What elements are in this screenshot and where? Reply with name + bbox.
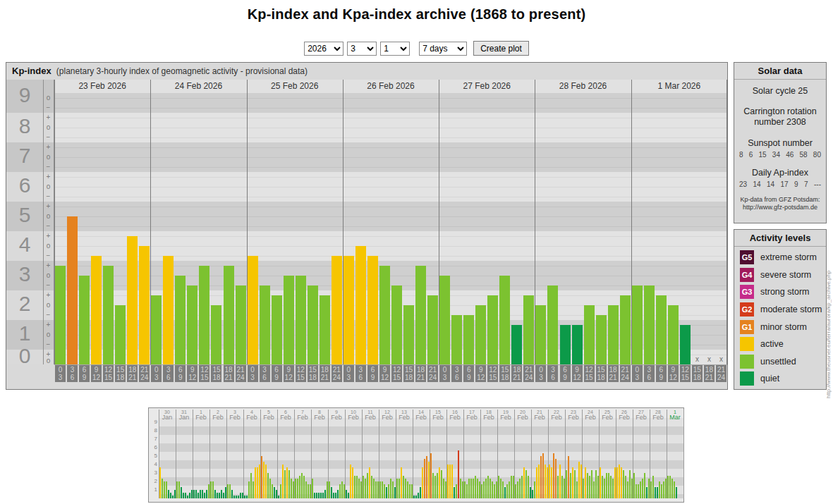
hour-interval-label: 2124 (620, 365, 631, 382)
mini-kp-bar (202, 490, 203, 498)
kp-bar (151, 295, 162, 364)
mini-kp-bar (231, 490, 233, 498)
mini-kp-bar (424, 459, 425, 498)
y-subtick-label: o (43, 302, 54, 309)
kp-bar (103, 266, 114, 364)
sunspot-value: 46 (786, 151, 794, 159)
hour-interval-label: 2124 (716, 365, 726, 382)
mini-kp-bar (638, 484, 639, 498)
mini-band (159, 452, 683, 460)
mini-kp-bar (422, 467, 423, 498)
overview-chart-panel: 98765432130Jan31Jan1Feb2Feb3Feb4Feb5Feb6… (148, 407, 684, 503)
legend-item: G5extreme storm (734, 249, 826, 266)
year-select[interactable]: 2026 (304, 42, 343, 56)
y-subtick-label: + (43, 203, 54, 210)
mini-kp-bar (623, 470, 624, 498)
kp-gridline (54, 157, 727, 158)
hour-interval-label: 36 (644, 365, 655, 382)
kp-bar (67, 216, 78, 364)
y-subtick-label: o (43, 213, 54, 220)
day-select[interactable]: 1 (380, 42, 410, 56)
hour-interval-label: 03 (343, 365, 354, 382)
mini-kp-bar (170, 493, 171, 498)
hour-interval-label: 1821 (704, 365, 715, 382)
g3-badge: G3 (740, 285, 754, 299)
kp-bar (391, 285, 402, 364)
mini-kp-bar (595, 470, 597, 498)
mini-kp-bar (636, 484, 637, 498)
kp-gridline (54, 226, 727, 227)
site-url-watermark: http://www.theusner.eu/terra/aurora/kp_a… (825, 199, 833, 398)
hour-interval-label: 1821 (224, 365, 234, 382)
y-subtick-label: + (43, 321, 54, 328)
mini-kp-bar (591, 470, 592, 498)
legend-swatch (740, 355, 754, 369)
kp-bar (343, 256, 354, 364)
hour-interval-label: 69 (272, 365, 282, 382)
hour-interval-label: 2124 (236, 365, 246, 382)
mini-day-header: 19Feb (497, 410, 514, 421)
day-separator (726, 80, 727, 364)
month-select[interactable]: 3 (347, 42, 377, 56)
mini-kp-bar (172, 496, 174, 498)
sunspot-values: 861534465880 (734, 151, 826, 159)
kp-bar (211, 305, 221, 364)
y-subtick-label: o (43, 154, 54, 161)
mini-kp-bar (576, 481, 578, 498)
kp-bar (320, 295, 330, 364)
legend-item: G4severe storm (734, 266, 826, 284)
kp-bar (427, 295, 438, 364)
mini-day-header: 24Feb (582, 410, 599, 421)
mini-kp-bar (286, 467, 288, 498)
mini-kp-bar (403, 476, 404, 498)
kp-bar (272, 295, 282, 364)
legend-item-label: active (760, 339, 784, 349)
mini-kp-bar (517, 481, 518, 498)
mini-kp-bar (470, 479, 472, 498)
hour-interval-label: 1821 (511, 365, 522, 382)
kp-bar (55, 266, 66, 364)
mini-kp-bar (468, 479, 470, 498)
g4-badge: G4 (740, 268, 754, 282)
mini-kp-bar (350, 465, 351, 498)
kp-bar (668, 305, 679, 364)
kp-bar (487, 295, 498, 364)
mini-kp-bar (646, 487, 647, 498)
mini-kp-bar (217, 493, 218, 498)
mini-kp-bar (316, 493, 317, 498)
mini-kp-bar (187, 496, 188, 498)
hour-interval-label: 1821 (608, 365, 619, 382)
kp-bar (199, 266, 209, 364)
hour-interval-label: 03 (248, 365, 258, 382)
legend-item: active (734, 336, 826, 353)
mini-kp-bar (555, 459, 557, 498)
mini-kp-bar (352, 467, 353, 498)
mini-kp-bar (193, 490, 195, 498)
mini-day-separator (345, 410, 346, 498)
legend-item: unsettled (734, 353, 826, 371)
mini-kp-bar (162, 479, 163, 498)
ap-value: 14 (767, 180, 774, 188)
mini-kp-bar (272, 484, 273, 498)
range-select[interactable]: 7 days (419, 42, 467, 56)
date-header-label: 1 Mar 2026 (631, 80, 727, 93)
mini-kp-bar (441, 470, 442, 498)
mini-kp-bar (640, 481, 641, 498)
mini-kp-bar (331, 487, 332, 498)
mini-kp-bar (320, 493, 322, 498)
mini-kp-bar (200, 490, 201, 498)
mini-kp-bar (168, 490, 169, 498)
y-subtick-label: + (43, 114, 54, 121)
mini-kp-bar (229, 484, 231, 498)
mini-kp-bar (367, 473, 368, 498)
kp-gridline (54, 118, 727, 118)
mini-kp-bar (540, 456, 542, 498)
y-subtick-label: o (43, 242, 54, 250)
kp-gridline (54, 177, 727, 178)
legend-panel-title: Activity levels (734, 230, 826, 247)
mini-band (159, 469, 683, 477)
axis-divider (43, 80, 44, 364)
create-plot-button[interactable]: Create plot (473, 41, 529, 56)
mini-kp-bar (329, 481, 330, 498)
mini-kp-bar (492, 481, 493, 498)
